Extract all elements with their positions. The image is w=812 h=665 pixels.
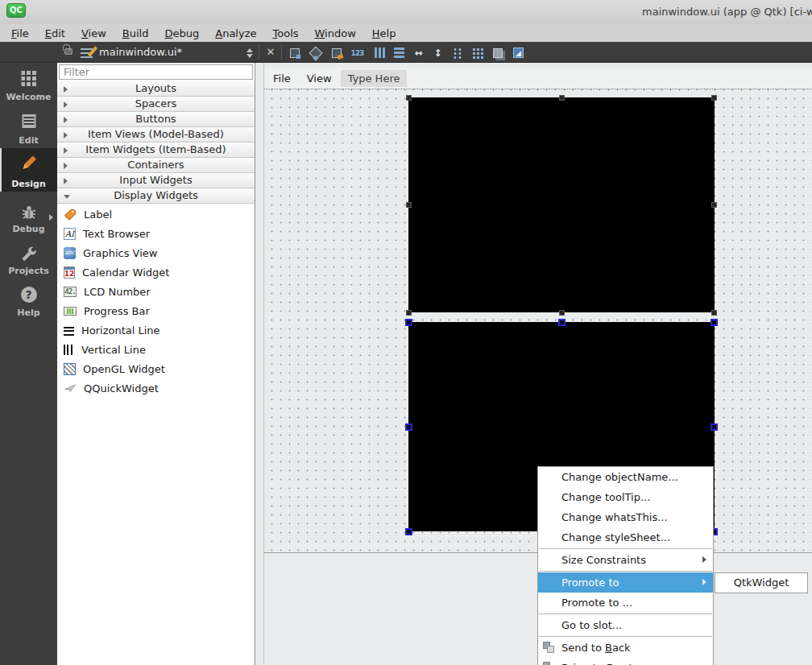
resize-handle[interactable] bbox=[559, 95, 565, 101]
sidebar-item-debug[interactable]: Debug bbox=[0, 198, 57, 237]
resize-handle[interactable] bbox=[406, 310, 412, 316]
form-menubar: File View Type Here bbox=[264, 68, 812, 89]
document-selector-down-icon[interactable] bbox=[246, 54, 253, 58]
resize-handle[interactable] bbox=[405, 319, 412, 326]
progress-bar-icon bbox=[64, 307, 77, 316]
resize-handle[interactable] bbox=[405, 423, 412, 431]
category-buttons[interactable]: Buttons bbox=[57, 112, 255, 127]
resize-handle[interactable] bbox=[710, 319, 718, 326]
menu-build[interactable]: Build bbox=[114, 26, 157, 41]
category-item-views[interactable]: Item Views (Model-Based) bbox=[57, 127, 255, 142]
sidebar-item-help[interactable]: ? Help bbox=[0, 282, 57, 320]
sidebar-item-welcome[interactable]: Welcome bbox=[0, 66, 57, 105]
resize-handle[interactable] bbox=[405, 528, 412, 535]
qt-creator-logo-icon: QC bbox=[6, 3, 26, 18]
widget-item-label[interactable]: Label bbox=[57, 204, 255, 224]
label-tag-icon bbox=[64, 208, 77, 221]
edit-widgets-button[interactable] bbox=[287, 45, 302, 60]
menu-window[interactable]: Window bbox=[307, 26, 364, 41]
resize-handle[interactable] bbox=[710, 423, 718, 431]
layout-vertically-button[interactable] bbox=[392, 45, 407, 60]
category-spacers[interactable]: Spacers bbox=[57, 97, 255, 112]
menu-item-change-tooltip[interactable]: Change toolTip... bbox=[538, 487, 713, 507]
resize-handle[interactable] bbox=[558, 319, 566, 326]
menu-edit[interactable]: Edit bbox=[37, 26, 73, 41]
unlock-icon[interactable] bbox=[64, 48, 72, 55]
help-question-icon: ? bbox=[21, 287, 37, 303]
widget-item-calendar[interactable]: 12 Calendar Widget bbox=[57, 262, 255, 282]
menu-item-size-constraints[interactable]: Size Constraints bbox=[538, 550, 713, 570]
category-containers[interactable]: Containers bbox=[57, 158, 255, 173]
expanded-arrow-icon bbox=[64, 195, 70, 199]
horizontal-splitter-icon: ↔ bbox=[414, 48, 422, 59]
menu-item-promote-to[interactable]: Promote to bbox=[538, 572, 713, 593]
resize-handle[interactable] bbox=[406, 95, 412, 101]
form-menu-type-here[interactable]: Type Here bbox=[341, 70, 408, 87]
widget-item-lcd-number[interactable]: 42. LCD Number bbox=[57, 282, 255, 301]
menu-help[interactable]: Help bbox=[364, 26, 404, 41]
document-selector-up-icon[interactable] bbox=[246, 48, 253, 52]
widget-item-vertical-line[interactable]: Vertical Line bbox=[57, 340, 255, 359]
layout-horizontal-splitter-button[interactable]: ↔ bbox=[411, 45, 426, 60]
layout-grid-icon bbox=[453, 48, 462, 59]
layout-grid-button[interactable] bbox=[450, 45, 465, 60]
collapsed-arrow-icon bbox=[64, 132, 68, 138]
widget-item-progress-bar[interactable]: Progress Bar bbox=[57, 301, 255, 320]
menu-view[interactable]: View bbox=[73, 26, 114, 41]
menu-item-send-to-back[interactable]: Send to Back bbox=[538, 638, 713, 658]
sidebar-item-design[interactable]: Design bbox=[0, 148, 57, 192]
resize-handle[interactable] bbox=[711, 202, 717, 208]
text-browser-icon: AI bbox=[64, 228, 76, 240]
graphics-view-icon: abc bbox=[64, 247, 76, 259]
collapsed-arrow-icon bbox=[64, 147, 68, 154]
widget-item-text-browser[interactable]: AI Text Browser bbox=[57, 224, 255, 243]
submenu-item-qtkwidget[interactable]: QtkWidget bbox=[715, 573, 807, 593]
sidebar-item-projects[interactable]: Projects bbox=[0, 240, 57, 279]
edit-buddies-button[interactable] bbox=[329, 45, 344, 60]
menu-item-go-to-slot[interactable]: Go to slot... bbox=[538, 615, 713, 635]
form-menu-view[interactable]: View bbox=[300, 70, 339, 87]
menu-separator bbox=[539, 613, 712, 614]
menu-analyze[interactable]: Analyze bbox=[207, 26, 264, 41]
lcd-number-icon: 42. bbox=[64, 287, 77, 297]
menu-item-change-whatsthis[interactable]: Change whatsThis... bbox=[538, 507, 713, 527]
menu-tools[interactable]: Tools bbox=[264, 26, 306, 41]
form-menu-file[interactable]: File bbox=[266, 70, 298, 87]
open-document-selector[interactable]: mainwindow.ui* bbox=[99, 46, 182, 58]
calendar-icon: 12 bbox=[64, 266, 75, 279]
widget-item-horizontal-line[interactable]: Horizontal Line bbox=[57, 320, 255, 340]
sidebar-item-edit[interactable]: Edit bbox=[0, 109, 57, 148]
widget-item-opengl[interactable]: OpenGL Widget bbox=[57, 359, 255, 378]
resize-handle[interactable] bbox=[711, 310, 717, 316]
resize-handle[interactable] bbox=[711, 95, 717, 101]
widget-filter-input[interactable] bbox=[59, 64, 253, 80]
break-layout-button[interactable] bbox=[490, 45, 505, 60]
widget-item-qquickwidget[interactable]: QQuickWidget bbox=[57, 378, 255, 398]
category-display-widgets[interactable]: Display Widgets bbox=[57, 188, 255, 204]
resize-handle[interactable] bbox=[559, 310, 565, 316]
edit-tab-order-button[interactable]: 123 bbox=[350, 45, 365, 60]
menu-item-promote-to-dialog[interactable]: Promote to ... bbox=[538, 593, 713, 613]
edit-tab-order-icon: 123 bbox=[351, 49, 364, 57]
placed-widget-1[interactable] bbox=[408, 97, 715, 312]
close-document-button[interactable]: ✕ bbox=[264, 45, 277, 60]
category-input-widgets[interactable]: Input Widgets bbox=[57, 173, 255, 188]
menu-item-bring-to-front[interactable]: Bring to Front bbox=[538, 658, 713, 665]
category-item-widgets[interactable]: Item Widgets (Item-Based) bbox=[57, 142, 255, 158]
layout-vertical-splitter-button[interactable]: ↕ bbox=[430, 45, 445, 60]
layout-form-button[interactable] bbox=[470, 45, 485, 60]
layout-horizontally-button[interactable] bbox=[372, 45, 387, 60]
widget-item-graphics-view[interactable]: abc Graphics View bbox=[57, 243, 255, 262]
menu-debug[interactable]: Debug bbox=[156, 26, 207, 41]
edit-signals-slots-button[interactable] bbox=[308, 45, 323, 60]
resize-handle[interactable] bbox=[406, 202, 412, 208]
adjust-size-button[interactable]: ◢ bbox=[511, 45, 526, 60]
opengl-widget-icon bbox=[64, 363, 76, 375]
menu-file[interactable]: File bbox=[3, 26, 37, 41]
category-layouts[interactable]: Layouts bbox=[57, 81, 255, 97]
toolbar-separator bbox=[281, 45, 282, 60]
menu-item-change-stylesheet[interactable]: Change styleSheet... bbox=[538, 527, 713, 547]
collapsed-arrow-icon bbox=[64, 163, 68, 169]
menu-item-change-objectname[interactable]: Change objectName... bbox=[538, 467, 713, 487]
debug-flyout-arrow-icon[interactable] bbox=[49, 214, 53, 221]
